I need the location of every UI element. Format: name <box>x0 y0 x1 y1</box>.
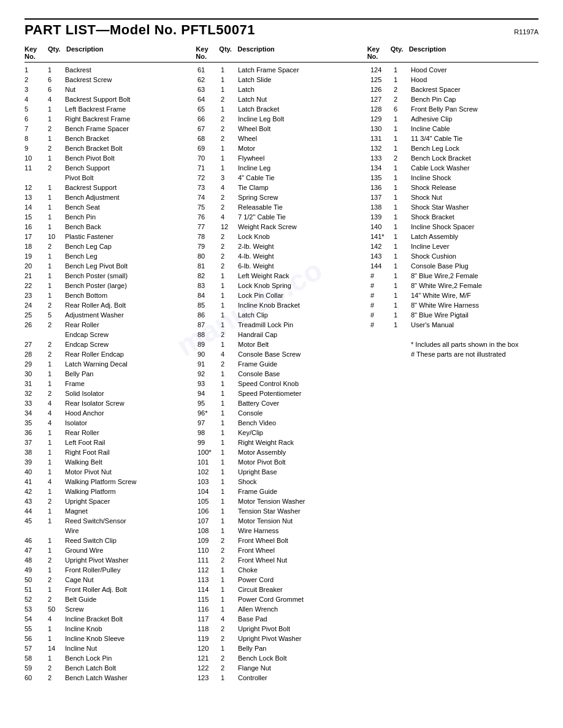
list-item: 1141Circuit Breaker <box>197 585 366 595</box>
list-item: 81Bench Bracket <box>25 134 193 144</box>
list-item: 8024-lb. Weight <box>197 252 366 262</box>
part-description: Motor Tension Nut <box>238 517 366 526</box>
part-keyno: 49 <box>25 566 48 575</box>
part-description: Motor Tension Washer <box>238 497 366 507</box>
list-item: 891Motor Belt <box>197 340 366 350</box>
part-description: Bench Poster (small) <box>65 271 193 281</box>
part-qty: 1 <box>394 320 411 330</box>
part-description: Upright Spacer <box>65 497 193 507</box>
part-qty: 1 <box>48 115 65 124</box>
list-item: 1041Frame Guide <box>197 487 366 497</box>
part-qty: 1 <box>394 232 411 242</box>
list-item: 441Magnet <box>25 507 193 517</box>
part-description: 4-lb. Weight <box>238 252 366 262</box>
part-qty: 4 <box>48 95 65 105</box>
list-item: 651Latch Bracket <box>197 105 366 115</box>
part-qty: 2 <box>48 124 65 134</box>
part-qty: 2 <box>221 242 238 252</box>
part-keyno <box>370 340 394 350</box>
part-keyno: 55 <box>25 624 48 634</box>
part-description: Wire <box>65 526 193 536</box>
part-keyno: # <box>370 291 394 301</box>
part-keyno: 14 <box>25 203 48 213</box>
part-description: Releasable Tie <box>238 203 366 213</box>
part-keyno: 10 <box>25 154 48 164</box>
list-item: 851Incline Knob Bracket <box>197 301 366 311</box>
part-description: Latch Warning Decal <box>65 360 193 370</box>
part-description: Latch Frame Spacer <box>238 66 366 75</box>
list-item: 7647 1/2" Cable Tie <box>197 213 366 222</box>
part-description: Bench Pivot Bolt <box>65 154 193 164</box>
part-qty: 2 <box>221 624 238 634</box>
part-description: Lock Knob Spring <box>238 281 366 291</box>
part-keyno: 81 <box>197 262 221 271</box>
part-qty: 1 <box>221 487 238 497</box>
part-keyno: 133 <box>370 154 394 164</box>
part-keyno: 108 <box>197 526 221 536</box>
part-qty: 1 <box>48 507 65 517</box>
part-keyno: 136 <box>370 183 394 193</box>
part-keyno: 82 <box>197 271 221 281</box>
part-description: Incline Leg <box>238 164 366 173</box>
list-item: 151Bench Pin <box>25 213 193 222</box>
part-keyno: 69 <box>197 144 221 154</box>
list-item: 592Bench Latch Bolt <box>25 664 193 673</box>
part-qty: 14 <box>48 644 65 654</box>
part-keyno: 23 <box>25 291 48 301</box>
part-keyno: 67 <box>197 124 221 134</box>
part-qty: 2 <box>221 556 238 566</box>
part-description: Right Weight Rack <box>238 438 366 448</box>
part-description: # These parts are not illustrated <box>411 350 538 360</box>
part-description: Backrest Screw <box>65 75 193 85</box>
part-description: Incline Cable <box>411 124 538 134</box>
part-description: Hood Cover <box>411 66 538 75</box>
list-item: 311Frame <box>25 379 193 389</box>
list-item: 1201Belly Pan <box>197 644 366 654</box>
part-keyno: 106 <box>197 507 221 517</box>
part-description: Backrest <box>65 66 193 75</box>
part-description: Backrest Support Bolt <box>65 95 193 105</box>
part-keyno: 57 <box>25 644 48 654</box>
part-description: Front Roller/Pulley <box>65 566 193 575</box>
part-keyno: 88 <box>197 330 221 340</box>
part-description: Bench Pin Cap <box>411 95 538 105</box>
part-description: Latch <box>238 85 366 95</box>
list-item: 141*1Latch Assembly <box>370 232 538 242</box>
part-keyno <box>25 526 48 536</box>
part-qty: 2 <box>48 497 65 507</box>
list-item: 371Left Foot Rail <box>25 438 193 448</box>
part-description: Frame <box>65 379 193 389</box>
part-description: Incline Shock <box>411 173 538 183</box>
parts-column-1: 11Backrest26Backrest Screw36Nut44Backres… <box>25 66 193 683</box>
part-qty: 2 <box>221 262 238 271</box>
part-qty: 2 <box>221 193 238 203</box>
part-qty: 2 <box>48 673 65 683</box>
part-description: Battery Cover <box>238 399 366 409</box>
part-keyno: 74 <box>197 193 221 203</box>
part-keyno: 18 <box>25 242 48 252</box>
list-item: 242Rear Roller Adj. Bolt <box>25 301 193 311</box>
part-keyno: 43 <box>25 497 48 507</box>
part-description: 7 1/2" Cable Tie <box>238 213 366 222</box>
part-keyno <box>25 330 48 340</box>
part-qty: 50 <box>48 605 65 615</box>
part-qty: 1 <box>394 301 411 311</box>
part-keyno <box>370 330 394 340</box>
part-description: Incline Leg Bolt <box>238 115 366 124</box>
part-description: Key/Clip <box>238 428 366 438</box>
list-item <box>370 330 538 340</box>
part-qty: 1 <box>48 654 65 664</box>
part-keyno: 97 <box>197 419 221 428</box>
part-description: Rear Roller <box>65 428 193 438</box>
header-keyno-3: Key No. <box>367 45 391 60</box>
part-keyno: 24 <box>25 301 48 311</box>
part-description: Adhesive Clip <box>411 115 538 124</box>
list-item: 1710Plastic Fastener <box>25 232 193 242</box>
list-item: 5714Incline Nut <box>25 644 193 654</box>
part-description: 11 3/4" Cable Tie <box>411 134 538 144</box>
part-keyno: 135 <box>370 173 394 183</box>
list-item: 1151Power Cord Grommet <box>197 595 366 605</box>
part-description: Bench Poster (large) <box>65 281 193 291</box>
part-description: Flange Nut <box>238 664 366 673</box>
part-qty: 1 <box>221 419 238 428</box>
